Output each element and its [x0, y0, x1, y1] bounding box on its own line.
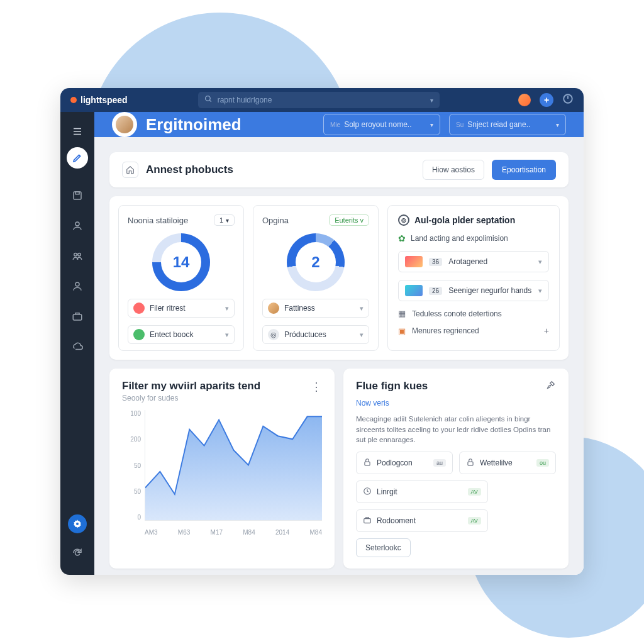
menu-toggle[interactable]: [67, 121, 88, 142]
lock-icon: [466, 458, 475, 469]
hero-banner: Ergitnoimed Mie Solp eroyout nome.. ▾ Su…: [94, 112, 584, 137]
hero-avatar: [112, 112, 137, 137]
topbar-actions: +: [518, 93, 574, 108]
info-card: Flue fign kues Now veris Mecaginge adiit…: [343, 369, 569, 569]
svg-rect-17: [364, 518, 371, 523]
more-icon[interactable]: ⋮: [311, 380, 322, 394]
clock-icon: [363, 487, 372, 497]
svg-rect-14: [365, 462, 370, 465]
hero-select-1[interactable]: Mie Solp eroyout nome.. ▾: [323, 114, 440, 135]
home-icon[interactable]: [122, 162, 138, 178]
sidebar-item-pen[interactable]: [67, 147, 88, 169]
chevron-down-icon: ▾: [538, 258, 542, 266]
info-item-2[interactable]: Linrgit AV: [356, 480, 488, 503]
rp-subtitle: ✿ Land acting and expolimision: [398, 233, 549, 243]
sidebar-item-people[interactable]: [67, 245, 88, 267]
export-button[interactable]: Epoortisation: [492, 160, 556, 180]
chevron-down-icon: ▾: [360, 331, 364, 339]
svg-rect-13: [73, 314, 82, 320]
chart-plot: 100 200 50 50 0: [122, 410, 322, 536]
svg-rect-7: [74, 192, 81, 199]
sidebar-item-cloud[interactable]: [67, 336, 88, 357]
info-link[interactable]: Now veris: [356, 399, 556, 408]
rp-line-1: ▦ Teduless conote detertions: [398, 309, 549, 318]
settings-button[interactable]: [68, 514, 87, 533]
search-input[interactable]: rapnt huidrlgone ▾: [198, 92, 440, 108]
gauge-2-title: Opgina: [262, 216, 289, 225]
avatar-icon: [268, 303, 279, 314]
dot-icon: [133, 329, 145, 340]
svg-rect-15: [468, 462, 473, 465]
chart-card: Filter my wviirl aparits tend Seooly for…: [109, 369, 335, 569]
chevron-down-icon: ▾: [225, 331, 229, 339]
chevron-down-icon: ▾: [430, 121, 433, 128]
gauge-1-dd-1[interactable]: Filer ritrest▾: [128, 299, 235, 318]
x-axis: AM3 M63 M17 M84 2014 M84: [145, 529, 322, 536]
grid-icon: ▦: [398, 309, 406, 318]
brand-name: lighttspeed: [80, 95, 128, 105]
chevron-down-icon: ▾: [538, 287, 542, 295]
target-icon: ◎: [398, 214, 409, 226]
hero-select-2[interactable]: Su Snject reiad gane.. ▾: [449, 114, 566, 135]
gauge-1-donut: 14: [152, 233, 210, 291]
gauge-2-dd-2[interactable]: ◎Próductuces▾: [262, 325, 369, 344]
sidebar-item-save[interactable]: [67, 185, 88, 206]
power-icon[interactable]: [562, 93, 574, 108]
brand-logo-icon: [70, 97, 77, 103]
gauge-card-1: Noonia statiloige 1▾ 14 Filer ritrest▾ E…: [118, 205, 244, 351]
chevron-down-icon: ▾: [556, 121, 559, 128]
tools-icon[interactable]: [546, 380, 556, 392]
dot-icon: [133, 303, 145, 314]
box-icon: ▣: [398, 326, 406, 336]
search-icon: [204, 95, 213, 105]
gauge-2-badge[interactable]: Euterits v: [329, 214, 369, 226]
briefcase-icon: [363, 516, 372, 526]
info-body: Mecaginge adiit Sutelenich atar colin al…: [356, 414, 556, 445]
sidebar-item-profile[interactable]: [67, 275, 88, 297]
rp-line-2: ▣ Menures regrienced +: [398, 326, 549, 336]
svg-point-9: [75, 222, 79, 226]
rp-title: ◎ Aul-gola plder septation: [398, 214, 549, 226]
gauge-1-dd-2[interactable]: Entect boock▾: [128, 325, 235, 344]
thumbnail: [405, 256, 423, 267]
user-avatar[interactable]: [518, 94, 531, 106]
sidebar-item-briefcase[interactable]: [67, 306, 88, 327]
rp-row-2[interactable]: 26 Seeniger negurfor hands ▾: [398, 280, 549, 301]
info-title: Flue fign kues: [356, 380, 428, 392]
svg-point-11: [78, 253, 81, 257]
right-panel: ◎ Aul-gola plder septation ✿ Land acting…: [387, 205, 560, 351]
sidebar-item-user[interactable]: [67, 215, 88, 236]
info-action-button[interactable]: Seterlookc: [356, 538, 411, 557]
chevron-down-icon: ▾: [430, 97, 433, 104]
y-axis: 100 200 50 50 0: [122, 410, 141, 521]
sidebar: [60, 112, 94, 575]
gauge-card-2: Opgina Euterits v 2 Fattiness▾ ◎Próductu…: [253, 205, 379, 351]
info-item-1[interactable]: Wettelilve ou: [459, 452, 556, 474]
chevron-down-icon: ▾: [360, 304, 364, 313]
info-item-0[interactable]: Podlogcon au: [356, 452, 453, 474]
topbar: lighttspeed rapnt huidrlgone ▾ +: [60, 88, 584, 112]
chart-title: Filter my wviirl aparits tend: [122, 380, 260, 392]
add-button[interactable]: +: [540, 93, 553, 107]
add-icon[interactable]: +: [544, 326, 549, 336]
target-icon: ◎: [268, 329, 279, 340]
gauge-1-badge[interactable]: 1▾: [214, 214, 235, 226]
gauge-2-donut: 2: [287, 233, 345, 291]
rp-row-1[interactable]: 36 Arotagened ▾: [398, 251, 549, 272]
options-button[interactable]: Hiow aostios: [423, 160, 484, 180]
main-content: Ergitnoimed Mie Solp eroyout nome.. ▾ Su…: [94, 112, 584, 575]
gauge-2-dd-1[interactable]: Fattiness▾: [262, 299, 369, 318]
toolbar-card: Annest phobucts Hiow aostios Epoortisati…: [109, 152, 569, 187]
svg-point-12: [75, 282, 79, 286]
svg-line-1: [209, 100, 211, 102]
chart-subtitle: Seooly for sudes: [122, 394, 260, 402]
page-title: Ergitnoimed: [146, 115, 242, 135]
refresh-button[interactable]: [67, 542, 88, 564]
lock-icon: [363, 458, 372, 469]
brand: lighttspeed: [70, 95, 128, 105]
info-item-3[interactable]: Rodooment AV: [356, 509, 488, 532]
search-placeholder: rapnt huidrlgone: [218, 96, 272, 104]
app-window: lighttspeed rapnt huidrlgone ▾ +: [60, 88, 584, 575]
section-title: Annest phobucts: [146, 164, 233, 176]
leaf-icon: ✿: [398, 233, 406, 243]
